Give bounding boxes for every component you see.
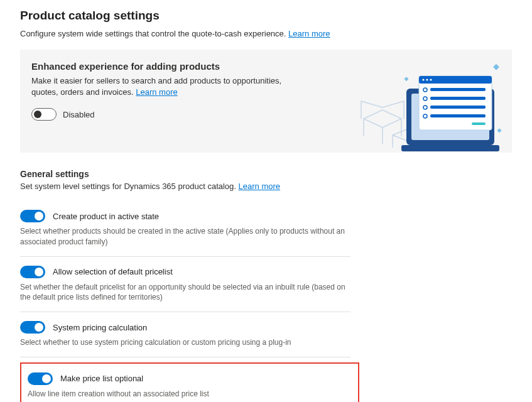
default-pricelist-toggle[interactable] bbox=[20, 266, 45, 278]
price-list-optional-description: Allow line item creation without an asso… bbox=[28, 389, 352, 399]
general-learn-more-link[interactable]: Learn more bbox=[239, 182, 280, 191]
default-pricelist-description: Set whether the default pricelist for an… bbox=[20, 282, 350, 303]
svg-point-6 bbox=[422, 79, 424, 80]
svg-rect-3 bbox=[401, 145, 499, 151]
system-pricing-label: System pricing calculation bbox=[53, 323, 147, 332]
enhanced-experience-card: Enhanced experience for adding products … bbox=[20, 50, 512, 153]
system-pricing-toggle[interactable] bbox=[20, 321, 45, 334]
svg-rect-20 bbox=[497, 128, 501, 133]
setting-default-pricelist: Allow selection of default pricelist Set… bbox=[20, 257, 350, 313]
page-title: Product catalog settings bbox=[20, 9, 512, 23]
enhanced-illustration bbox=[352, 61, 503, 153]
general-settings-title: General settings bbox=[20, 169, 512, 179]
svg-rect-12 bbox=[430, 97, 486, 100]
enhanced-toggle-label: Disabled bbox=[63, 110, 95, 119]
enhanced-title: Enhanced experience for adding products bbox=[31, 61, 301, 72]
setting-create-product-active: Create product in active state Select wh… bbox=[20, 201, 350, 257]
svg-rect-17 bbox=[472, 122, 486, 125]
svg-rect-5 bbox=[419, 76, 492, 84]
svg-point-13 bbox=[423, 106, 427, 109]
svg-point-15 bbox=[423, 114, 427, 118]
page-learn-more-link[interactable]: Learn more bbox=[288, 29, 330, 38]
svg-rect-18 bbox=[493, 64, 499, 70]
svg-point-7 bbox=[426, 79, 428, 80]
page-description: Configure system wide settings that cont… bbox=[20, 29, 512, 38]
svg-rect-1 bbox=[406, 89, 494, 145]
svg-rect-4 bbox=[419, 76, 492, 130]
price-list-optional-toggle[interactable] bbox=[28, 372, 53, 385]
enhanced-toggle[interactable] bbox=[31, 108, 57, 121]
svg-point-9 bbox=[423, 88, 427, 92]
create-product-active-description: Select whether products should be create… bbox=[20, 226, 350, 247]
default-pricelist-label: Allow selection of default pricelist bbox=[53, 267, 173, 276]
setting-system-pricing: System pricing calculation Select whethe… bbox=[20, 312, 350, 357]
page-description-text: Configure system wide settings that cont… bbox=[20, 29, 286, 38]
general-description-text: Set system level settings for Dynamics 3… bbox=[20, 182, 236, 191]
svg-rect-16 bbox=[430, 114, 486, 117]
general-settings-description: Set system level settings for Dynamics 3… bbox=[20, 182, 512, 191]
enhanced-learn-more-link[interactable]: Learn more bbox=[136, 87, 177, 97]
svg-point-8 bbox=[430, 79, 432, 80]
setting-price-list-optional: Make price list optional Allow line item… bbox=[20, 362, 359, 402]
create-product-active-label: Create product in active state bbox=[53, 212, 159, 221]
price-list-optional-label: Make price list optional bbox=[60, 374, 143, 383]
svg-rect-10 bbox=[430, 88, 486, 91]
svg-rect-2 bbox=[411, 94, 489, 140]
create-product-active-toggle[interactable] bbox=[20, 210, 45, 222]
svg-rect-19 bbox=[404, 77, 408, 81]
system-pricing-description: Select whether to use system pricing cal… bbox=[20, 337, 350, 348]
svg-point-11 bbox=[423, 97, 427, 100]
svg-rect-14 bbox=[430, 106, 486, 109]
enhanced-description: Make it easier for sellers to search and… bbox=[31, 75, 301, 98]
